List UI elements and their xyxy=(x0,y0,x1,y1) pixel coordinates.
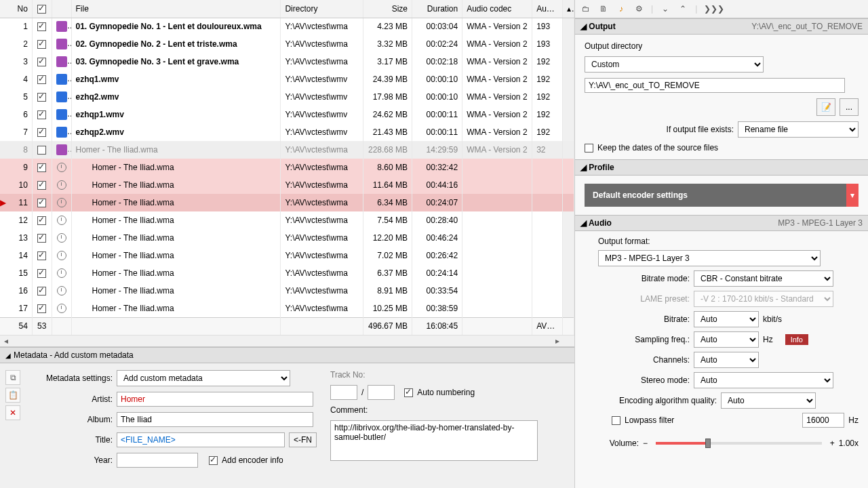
audio-header[interactable]: ◢ Audio MP3 - MPEG-1 Layer 3 xyxy=(575,215,868,231)
table-row[interactable]: 4ezhq1.wmvY:\AV\vctest\wmv24.39 MB00:00:… xyxy=(0,70,574,88)
profile-header[interactable]: ◢ Profile xyxy=(575,159,868,176)
chevron-down-icon[interactable]: ⌄ xyxy=(660,4,671,14)
col-dir[interactable]: Directory xyxy=(281,0,363,18)
row-checkbox[interactable] xyxy=(37,216,46,225)
table-row[interactable]: 14Homer - The Iliad.wmaY:\AV\vctest\wma7… xyxy=(0,247,574,264)
table-row[interactable]: 202. Gymnopedie No. 2 - Lent et triste.w… xyxy=(0,35,574,53)
cell-check[interactable] xyxy=(32,282,52,300)
cell-check[interactable] xyxy=(32,229,52,247)
fast-forward-icon[interactable]: ❯❯❯ xyxy=(704,4,715,14)
profile-name[interactable]: Default encoder settings xyxy=(585,184,846,207)
cell-check[interactable] xyxy=(32,141,52,159)
vol-minus-icon[interactable]: − xyxy=(643,439,648,448)
table-row[interactable]: 5ezhq2.wmvY:\AV\vctest\wmv17.98 MB00:00:… xyxy=(0,88,574,106)
cell-check[interactable] xyxy=(32,88,52,106)
cell-check[interactable] xyxy=(32,70,52,88)
col-check[interactable] xyxy=(32,0,52,18)
row-checkbox[interactable] xyxy=(37,251,46,260)
row-checkbox[interactable] xyxy=(37,75,46,84)
row-checkbox[interactable] xyxy=(37,40,46,49)
col-dur[interactable]: Duration xyxy=(412,0,462,18)
cell-check[interactable] xyxy=(32,300,52,317)
paste-icon[interactable]: 📋 xyxy=(5,388,20,403)
col-no[interactable]: No xyxy=(0,0,32,18)
channels-select[interactable]: Auto xyxy=(694,352,759,368)
row-checkbox[interactable] xyxy=(37,146,46,155)
row-checkbox[interactable] xyxy=(37,199,46,207)
cell-check[interactable] xyxy=(32,106,52,123)
gear-icon[interactable]: ⚙ xyxy=(633,4,644,14)
year-input[interactable] xyxy=(117,453,198,468)
row-checkbox[interactable] xyxy=(37,181,46,190)
album-input[interactable] xyxy=(117,412,313,427)
copy-icon[interactable]: ⧉ xyxy=(5,370,20,385)
row-checkbox[interactable] xyxy=(37,58,46,66)
sampling-select[interactable]: Auto xyxy=(694,331,759,348)
info-badge[interactable]: Info xyxy=(785,334,808,345)
table-row[interactable]: 101. Gymnopedie No. 1 - Lent et douloure… xyxy=(0,18,574,35)
output-dir-input[interactable] xyxy=(585,78,845,93)
row-checkbox[interactable] xyxy=(37,269,46,278)
lowpass-input[interactable] xyxy=(802,413,844,428)
output-header[interactable]: ◢ Output Y:\AV\_enc_out_TO_REMOVE xyxy=(575,18,868,35)
table-row[interactable]: 303. Gymnopedie No. 3 - Lent et grave.wm… xyxy=(0,53,574,70)
metadata-header[interactable]: ◢ Metadata - Add custom metadata xyxy=(0,347,574,363)
lowpass-checkbox[interactable] xyxy=(612,416,620,425)
comment-textarea[interactable]: http://librivox.org/the-iliad-by-homer-t… xyxy=(330,420,538,461)
horizontal-scrollbar[interactable]: ◂ ▸ xyxy=(0,335,574,346)
col-size[interactable]: Size xyxy=(363,0,412,18)
folder-icon[interactable]: 🗀 xyxy=(580,4,591,14)
table-row[interactable]: 13Homer - The Iliad.wmaY:\AV\vctest\wma1… xyxy=(0,229,574,247)
row-checkbox[interactable] xyxy=(37,22,46,31)
scroll-up-icon[interactable]: ▴ xyxy=(563,0,574,18)
table-row[interactable]: 9Homer - The Iliad.wmaY:\AV\vctest\wma8.… xyxy=(0,159,574,176)
add-encoder-checkbox[interactable] xyxy=(209,456,218,465)
col-file[interactable]: File xyxy=(71,0,281,18)
track-to-input[interactable] xyxy=(368,385,395,400)
bitrate-mode-select[interactable]: CBR - Constant bitrate xyxy=(694,270,833,287)
row-checkbox[interactable] xyxy=(37,304,46,313)
table-row[interactable]: 12Homer - The Iliad.wmaY:\AV\vctest\wma7… xyxy=(0,211,574,229)
check-all-icon[interactable] xyxy=(37,5,46,14)
row-checkbox[interactable] xyxy=(37,128,46,137)
table-row[interactable]: 17Homer - The Iliad.wmaY:\AV\vctest\wma1… xyxy=(0,300,574,317)
table-row[interactable]: 10Homer - The Iliad.wmaY:\AV\vctest\wma1… xyxy=(0,176,574,194)
output-format-select[interactable]: MP3 - MPEG-1 Layer 3 xyxy=(598,250,821,266)
cell-check[interactable] xyxy=(32,53,52,70)
table-row[interactable]: 8Homer - The Iliad.wmaY:\AV\vctest\wma22… xyxy=(0,141,574,159)
exists-select[interactable]: Rename file xyxy=(738,121,859,138)
vol-plus-icon[interactable]: + xyxy=(830,439,835,448)
cell-check[interactable] xyxy=(32,123,52,141)
scroll-right-icon[interactable]: ▸ xyxy=(552,336,563,346)
cell-check[interactable] xyxy=(32,176,52,194)
row-checkbox[interactable] xyxy=(37,287,46,296)
profile-dropdown-icon[interactable]: ▾ xyxy=(846,184,859,207)
row-checkbox[interactable] xyxy=(37,93,46,102)
browse-folder-button[interactable]: ... xyxy=(840,98,859,116)
col-codec[interactable]: Audio codec xyxy=(462,0,532,18)
cell-check[interactable] xyxy=(32,159,52,176)
file-icon[interactable]: 🗎 xyxy=(598,4,609,14)
col-bitrate[interactable]: Audi... xyxy=(532,0,563,18)
cell-check[interactable] xyxy=(32,211,52,229)
delete-icon[interactable]: ✕ xyxy=(5,405,20,420)
row-checkbox[interactable] xyxy=(37,163,46,172)
table-row[interactable]: 6ezhqp1.wmvY:\AV\vctest\wmv24.62 MB00:00… xyxy=(0,106,574,123)
table-row[interactable]: 15Homer - The Iliad.wmaY:\AV\vctest\wma6… xyxy=(0,264,574,282)
cell-check[interactable] xyxy=(32,264,52,282)
cell-check[interactable] xyxy=(32,247,52,264)
output-dir-mode-select[interactable]: Custom xyxy=(585,56,764,73)
row-checkbox[interactable] xyxy=(37,110,46,119)
keep-dates-checkbox[interactable] xyxy=(585,144,593,152)
chevron-up-icon[interactable]: ⌃ xyxy=(677,4,688,14)
row-checkbox[interactable] xyxy=(37,234,46,243)
cell-check[interactable] xyxy=(32,18,52,35)
enc-quality-select[interactable]: Auto xyxy=(721,392,816,409)
table-row[interactable]: ▶11Homer - The Iliad.wmaY:\AV\vctest\wma… xyxy=(0,194,574,211)
track-from-input[interactable] xyxy=(330,385,357,400)
artist-input[interactable] xyxy=(117,392,313,407)
rename-pattern-icon[interactable]: 📝 xyxy=(816,98,835,116)
volume-slider[interactable] xyxy=(656,442,822,445)
cell-check[interactable] xyxy=(32,194,52,211)
table-row[interactable]: 7ezhqp2.wmvY:\AV\vctest\wmv21.43 MB00:00… xyxy=(0,123,574,141)
